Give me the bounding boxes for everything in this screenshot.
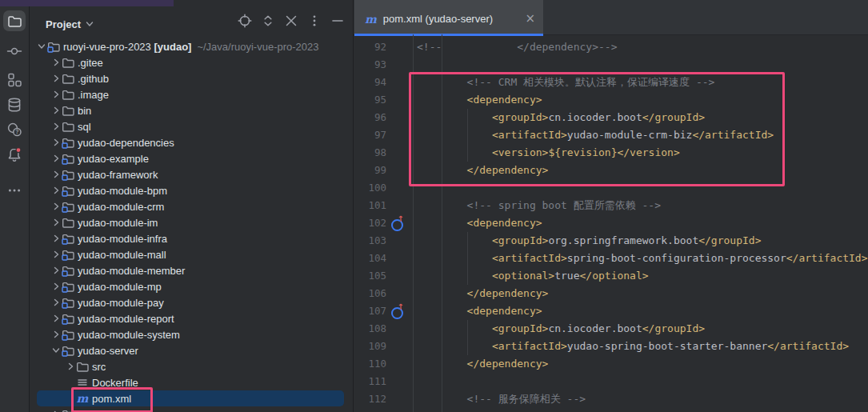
tree-item-yudao-module-bpm[interactable]: yudao-module-bpm bbox=[30, 182, 353, 198]
code-line-101[interactable]: 101 <!-- spring boot 配置所需依赖 --> bbox=[354, 197, 868, 214]
code-line-98[interactable]: 98 <version>${revision}</version> bbox=[354, 144, 868, 162]
line-number[interactable]: 109 bbox=[354, 338, 386, 355]
chevron-right-icon[interactable] bbox=[50, 184, 62, 197]
tree-item-yudao-module-crm[interactable]: yudao-module-crm bbox=[30, 198, 353, 214]
chevron-right-icon[interactable] bbox=[50, 72, 62, 85]
tree-item-.github[interactable]: .github bbox=[30, 70, 353, 86]
code-line-96[interactable]: 96 <groupId>cn.iocoder.boot</groupId> bbox=[354, 109, 868, 126]
commit-icon[interactable] bbox=[6, 43, 22, 59]
chevron-right-icon[interactable] bbox=[50, 328, 62, 341]
chevron-right-icon[interactable] bbox=[50, 168, 62, 181]
chevron-down-icon[interactable] bbox=[85, 18, 94, 30]
help-circles-icon[interactable]: ? bbox=[6, 122, 22, 138]
code-line-112[interactable]: 112 <!-- 服务保障相关 --> bbox=[354, 390, 868, 408]
chevron-right-icon[interactable] bbox=[50, 280, 62, 293]
tree-item-yudao-module-system[interactable]: yudao-module-system bbox=[30, 326, 353, 342]
tree-item-yudao-module-report[interactable]: yudao-module-report bbox=[30, 310, 353, 326]
editor-body[interactable]: 92<!-- </dependency>-->9394 <!-- CRM 相关模… bbox=[354, 34, 868, 412]
tree-item-yudao-example[interactable]: yudao-example bbox=[30, 150, 353, 166]
maven-dependency-gutter-icon[interactable]: ↑ bbox=[391, 306, 402, 317]
tree-item-yudao-ui-admin[interactable]: yudao-ui-admin bbox=[30, 406, 353, 412]
chevron-right-icon[interactable] bbox=[50, 216, 62, 229]
code-line-105[interactable]: 105 <optional>true</optional> bbox=[354, 267, 868, 285]
line-number[interactable]: 108 bbox=[354, 320, 386, 338]
tree-item-bin[interactable]: bin bbox=[30, 102, 353, 118]
code-line-94[interactable]: 94 <!-- CRM 相关模块。默认注释，保证编译速度 --> bbox=[354, 74, 868, 91]
line-number[interactable]: 106 bbox=[354, 285, 386, 302]
line-number[interactable]: 96 bbox=[354, 109, 386, 126]
code-line-108[interactable]: 108 <groupId>cn.iocoder.boot</groupId> bbox=[354, 320, 868, 338]
tree-item-yudao-dependencies[interactable]: yudao-dependencies bbox=[30, 134, 353, 150]
tree-item-yudao-module-member[interactable]: yudao-module-member bbox=[30, 262, 353, 278]
options-kebab-icon[interactable] bbox=[307, 14, 322, 28]
chevron-right-icon[interactable] bbox=[50, 152, 62, 165]
code-line-107[interactable]: 107↑ <dependency> bbox=[354, 302, 868, 320]
chevron-down-icon[interactable] bbox=[50, 344, 62, 357]
line-number[interactable]: 102 bbox=[354, 214, 386, 232]
chevron-right-icon[interactable] bbox=[50, 408, 62, 412]
notifications-bell-icon[interactable] bbox=[6, 146, 22, 162]
line-number[interactable]: 93 bbox=[354, 56, 386, 74]
database-icon[interactable] bbox=[6, 97, 22, 113]
tree-item-yudao-framework[interactable]: yudao-framework bbox=[30, 166, 353, 182]
code-line-92[interactable]: 92<!-- </dependency>--> bbox=[354, 38, 868, 56]
code-line-93[interactable]: 93 bbox=[354, 56, 868, 74]
tree-item-.gitee[interactable]: .gitee bbox=[30, 54, 353, 70]
code-line-100[interactable]: 100 bbox=[354, 179, 868, 197]
chevron-right-icon[interactable] bbox=[50, 200, 62, 213]
project-folder-icon[interactable] bbox=[6, 13, 22, 29]
line-number[interactable]: 99 bbox=[354, 162, 386, 179]
chevron-right-icon[interactable] bbox=[65, 360, 76, 373]
line-number[interactable]: 111 bbox=[354, 373, 386, 390]
chevron-down-icon[interactable] bbox=[36, 40, 47, 53]
line-number[interactable]: 104 bbox=[354, 250, 386, 267]
code-line-104[interactable]: 104 <artifactId>spring-boot-configuratio… bbox=[354, 250, 868, 267]
chevron-right-icon[interactable] bbox=[50, 248, 62, 261]
line-number[interactable]: 105 bbox=[354, 267, 386, 285]
line-number[interactable]: 107 bbox=[354, 302, 386, 320]
line-number[interactable]: 103 bbox=[354, 232, 386, 250]
expand-all-icon[interactable] bbox=[261, 14, 275, 28]
line-number[interactable]: 97 bbox=[354, 126, 386, 144]
tree-item-dockerfile[interactable]: Dockerfile bbox=[30, 374, 353, 390]
chevron-right-icon[interactable] bbox=[50, 296, 62, 309]
maven-dependency-gutter-icon[interactable]: ↑ bbox=[391, 218, 402, 229]
code-line-97[interactable]: 97 <artifactId>yudao-module-crm-biz</art… bbox=[354, 126, 868, 144]
tree-item-yudao-module-mall[interactable]: yudao-module-mall bbox=[30, 246, 353, 262]
code-line-99[interactable]: 99 </dependency> bbox=[354, 162, 868, 179]
code-line-102[interactable]: 102↑ <dependency> bbox=[354, 214, 868, 232]
line-number[interactable]: 110 bbox=[354, 355, 386, 373]
tree-item-yudao-module-mp[interactable]: yudao-module-mp bbox=[30, 278, 353, 294]
code-line-111[interactable]: 111 bbox=[354, 373, 868, 390]
chevron-right-icon[interactable] bbox=[50, 56, 62, 69]
hide-panel-icon[interactable] bbox=[330, 14, 345, 28]
chevron-right-icon[interactable] bbox=[50, 136, 62, 149]
chevron-right-icon[interactable] bbox=[50, 264, 62, 277]
tree-item-src[interactable]: src bbox=[30, 358, 353, 374]
line-number[interactable]: 100 bbox=[354, 179, 386, 197]
tree-item-yudao-module-pay[interactable]: yudao-module-pay bbox=[30, 294, 353, 310]
code-line-110[interactable]: 110 </dependency> bbox=[354, 355, 868, 373]
code-line-106[interactable]: 106 </dependency> bbox=[354, 285, 868, 302]
tree-item-yudao-module-infra[interactable]: yudao-module-infra bbox=[30, 230, 353, 246]
locate-opened-file-icon[interactable] bbox=[238, 14, 252, 28]
chevron-right-icon[interactable] bbox=[50, 232, 62, 245]
close-icon[interactable]: × bbox=[525, 13, 535, 25]
chevron-right-icon[interactable] bbox=[50, 120, 62, 133]
more-dots-icon[interactable] bbox=[6, 182, 22, 198]
code-line-109[interactable]: 109 <artifactId>yudao-spring-boot-starte… bbox=[354, 338, 868, 355]
tree-item-yudao-server[interactable]: yudao-server bbox=[30, 342, 353, 358]
chevron-right-icon[interactable] bbox=[50, 312, 62, 325]
line-number[interactable]: 98 bbox=[354, 144, 386, 162]
tree-item-yudao-module-im[interactable]: yudao-module-im bbox=[30, 214, 353, 230]
chevron-right-icon[interactable] bbox=[50, 88, 62, 101]
structure-icon[interactable] bbox=[6, 72, 22, 88]
project-panel-title[interactable]: Project bbox=[46, 18, 81, 30]
editor-tab-pom-xml[interactable]: m pom.xml (yudao-server) × bbox=[354, 0, 543, 36]
line-number[interactable]: 101 bbox=[354, 197, 386, 214]
code-line-95[interactable]: 95 <dependency> bbox=[354, 91, 868, 109]
line-number[interactable]: 95 bbox=[354, 91, 386, 109]
tree-item-pom.xml[interactable]: mpom.xml bbox=[30, 390, 353, 406]
line-number[interactable]: 94 bbox=[354, 74, 386, 91]
code-line-103[interactable]: 103 <groupId>org.springframework.boot</g… bbox=[354, 232, 868, 250]
